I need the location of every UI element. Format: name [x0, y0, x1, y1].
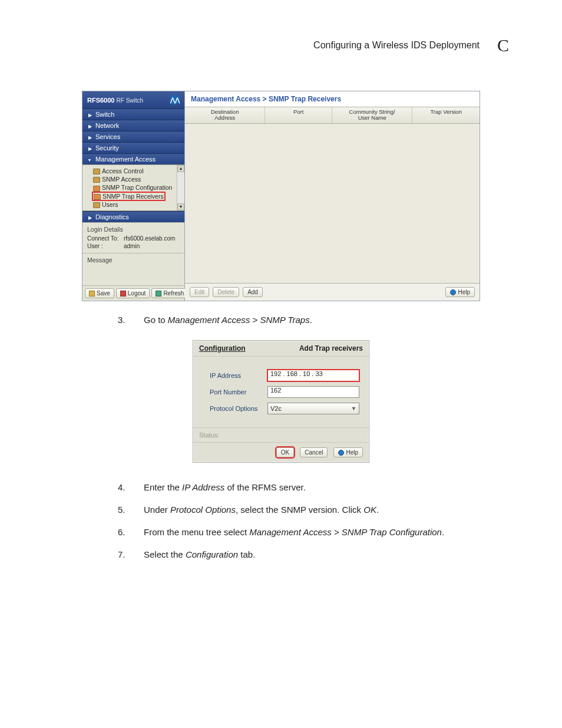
- t: of the RFMS server.: [224, 482, 306, 492]
- t: From the menu tree select: [144, 527, 249, 537]
- tree-label: SNMP Trap Configuration: [102, 184, 172, 191]
- col-port[interactable]: Port: [265, 107, 332, 123]
- t: Configuration: [186, 549, 238, 559]
- tree-label: Users: [102, 201, 118, 208]
- dialog-title: Add Trap receivers: [299, 344, 363, 353]
- save-button[interactable]: Save: [85, 288, 114, 298]
- nav-network[interactable]: ▶Network: [82, 120, 184, 131]
- login-user-value: admin: [124, 243, 140, 249]
- tree-access-control[interactable]: Access Control: [93, 167, 182, 175]
- step-3-text: Go to: [144, 315, 168, 325]
- nav-tree: ▴▾ Access Control SNMP Access SNMP Trap …: [82, 164, 184, 211]
- step-5-num: 5.: [118, 503, 131, 517]
- step-6: 6. From the menu tree select Management …: [118, 525, 509, 539]
- header-title: Configuring a Wireless IDS Deployment: [313, 40, 480, 51]
- nav-security[interactable]: ▶Security: [82, 142, 184, 153]
- col-community[interactable]: Community String/ User Name: [332, 107, 412, 123]
- tree-label: SNMP Trap Receivers: [103, 193, 164, 200]
- product-banner: RFS6000 RF Switch ⋀⋀: [82, 91, 184, 108]
- help-label: Help: [458, 289, 470, 295]
- motorola-logo-icon: ⋀⋀: [170, 95, 180, 105]
- protocol-value: V2c: [270, 405, 282, 412]
- nav-services-label: Services: [95, 133, 120, 140]
- dialog-help-button[interactable]: Help: [333, 447, 363, 457]
- table-header: Destination Address Port Community Strin…: [185, 107, 480, 124]
- step-5: 5. Under Protocol Options, select the SN…: [118, 503, 509, 517]
- t: , select the SNMP version. Click: [236, 505, 363, 515]
- t: Management Access > SNMP Trap Configurat…: [249, 527, 442, 537]
- nav-diagnostics[interactable]: ▶Diagnostics: [82, 211, 184, 222]
- t: .: [442, 527, 444, 537]
- tree-snmp-trap-config[interactable]: SNMP Trap Configuration: [93, 183, 182, 192]
- save-label: Save: [97, 290, 110, 297]
- step-3-italic: Management Access > SNMP Traps: [168, 315, 310, 325]
- message-panel: Message: [82, 253, 184, 285]
- tree-snmp-trap-receivers[interactable]: SNMP Trap Receivers: [93, 192, 182, 200]
- step-6-num: 6.: [118, 525, 131, 539]
- logout-label: Logout: [128, 290, 146, 297]
- ip-label: IP Address: [210, 372, 267, 379]
- logout-button[interactable]: Logout: [116, 288, 150, 298]
- header-letter: C: [497, 35, 509, 55]
- port-label: Port Number: [210, 388, 267, 396]
- login-heading: Login Details: [87, 226, 180, 233]
- nav-security-label: Security: [95, 144, 119, 151]
- step-7: 7. Select the Configuration tab.: [118, 548, 509, 562]
- cancel-button[interactable]: Cancel: [300, 447, 328, 457]
- page-header: Configuring a Wireless IDS Deployment C: [53, 35, 509, 55]
- breadcrumb: Management Access > SNMP Trap Receivers: [185, 91, 480, 107]
- add-button[interactable]: Add: [243, 287, 263, 297]
- tree-label: SNMP Access: [102, 176, 141, 183]
- nav-network-label: Network: [95, 122, 119, 129]
- t: .: [376, 505, 379, 515]
- t: Enter the: [144, 482, 182, 492]
- folder-icon: [93, 177, 100, 183]
- message-heading: Message: [87, 256, 180, 263]
- edit-button[interactable]: Edit: [190, 287, 209, 297]
- ok-button[interactable]: OK: [276, 447, 294, 457]
- step-7-num: 7.: [118, 548, 131, 562]
- ip-address-input[interactable]: 192 . 168 . 10 . 33: [267, 370, 359, 381]
- dialog-tab-configuration[interactable]: Configuration: [199, 344, 246, 353]
- login-details-panel: Login Details Connect To:rfs6000.eselab.…: [82, 222, 184, 253]
- product-model: RFS6000: [87, 97, 114, 104]
- folder-icon: [93, 169, 100, 174]
- chevron-down-icon: ▼: [351, 406, 356, 411]
- nav-switch[interactable]: ▶Switch: [82, 108, 184, 120]
- t: OK: [363, 505, 376, 515]
- tree-scrollbar[interactable]: ▴▾: [177, 165, 184, 210]
- nav-management-label: Management Access: [95, 156, 156, 163]
- save-icon: [89, 291, 95, 297]
- left-bottom-bar: Save Logout Refresh: [82, 285, 184, 301]
- config-icon: [93, 186, 100, 192]
- help-icon: [450, 289, 456, 295]
- product-subtitle: RF Switch: [117, 97, 144, 104]
- tree-snmp-access[interactable]: SNMP Access: [93, 175, 182, 183]
- login-connect-value: rfs6000.eselab.com: [124, 235, 175, 242]
- col-trap-version[interactable]: Trap Version: [412, 107, 480, 123]
- step-4: 4. Enter the IP Address of the RFMS serv…: [118, 480, 509, 495]
- dialog-help-label: Help: [346, 449, 358, 456]
- tree-users[interactable]: Users: [93, 200, 182, 209]
- switch-ui-screenshot: RFS6000 RF Switch ⋀⋀ ▶Switch ▶Network ▶S…: [82, 91, 480, 301]
- nav-switch-label: Switch: [95, 111, 114, 118]
- nav-management-access[interactable]: ▾Management Access: [82, 153, 184, 164]
- step-3-post: .: [310, 315, 312, 325]
- login-connect-label: Connect To:: [87, 235, 124, 242]
- t: Protocol Options: [170, 505, 236, 515]
- delete-button[interactable]: Delete: [213, 287, 239, 297]
- nav-services[interactable]: ▶Services: [82, 131, 184, 142]
- refresh-button[interactable]: Refresh: [151, 288, 188, 298]
- step-3: 3. Go to Management Access > SNMP Traps.: [118, 313, 509, 327]
- help-button[interactable]: Help: [445, 287, 475, 297]
- protocol-select[interactable]: V2c ▼: [267, 403, 359, 414]
- step-3-num: 3.: [118, 313, 131, 327]
- receivers-icon: [94, 194, 101, 200]
- port-number-input[interactable]: 162: [267, 386, 359, 398]
- step-4-num: 4.: [118, 480, 131, 495]
- right-footer: Edit Delete Add Help: [185, 284, 480, 301]
- logout-icon: [120, 291, 126, 297]
- nav-diagnostics-label: Diagnostics: [95, 213, 129, 220]
- t: tab.: [238, 549, 255, 559]
- col-destination[interactable]: Destination Address: [185, 107, 265, 123]
